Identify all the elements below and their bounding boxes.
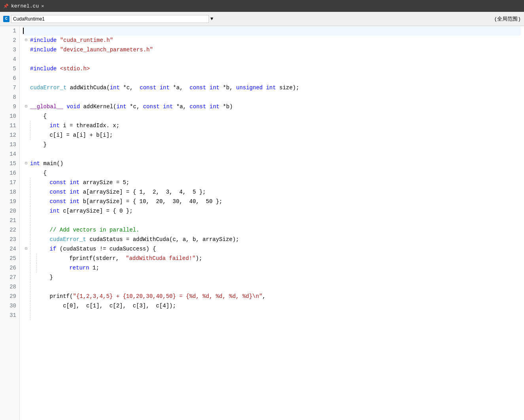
line-num-26: 26 [3, 263, 16, 273]
line-num-19: 19 [3, 197, 16, 206]
line-num-5: 5 [3, 64, 16, 73]
code-line-4 [23, 55, 521, 64]
code-line-19: const int b[arraySize] = { 10, 20, 30, 4… [23, 197, 521, 206]
line-num-11: 11 [3, 121, 16, 130]
close-icon[interactable]: ✕ [41, 3, 44, 9]
line-num-18: 18 [3, 187, 16, 197]
fold-icon-2[interactable]: ⊟ [23, 37, 29, 43]
code-line-13: } [23, 140, 521, 149]
code-line-7: cudaError_t addWithCuda(int *c, const in… [23, 83, 521, 92]
fold-icon-9[interactable]: ⊟ [23, 104, 29, 110]
line-num-15: 15 [3, 159, 16, 168]
title-bar: 📌 kernel.cu ✕ [0, 0, 524, 12]
project-icon: C [3, 16, 9, 22]
code-line-11: int i = threadIdx. x; [23, 121, 521, 130]
line-num-31: 31 [3, 311, 16, 320]
line-num-25: 25 [3, 254, 16, 263]
line-num-22: 22 [3, 225, 16, 235]
line-num-20: 20 [3, 206, 16, 216]
code-line-14 [23, 149, 521, 159]
code-line-25: fprintf(stderr, "addWithCuda failed!"); [23, 254, 521, 263]
code-line-29: printf("{1,2,3,4,5} + {10,20,30,40,50} =… [23, 292, 521, 301]
line-num-29: 29 [3, 292, 16, 301]
code-line-6 [23, 73, 521, 83]
code-line-21 [23, 216, 521, 225]
tab-filename: kernel.cu [11, 3, 39, 9]
code-line-31 [23, 311, 521, 320]
code-line-12: c[i] = a[i] + b[i]; [23, 130, 521, 140]
line-num-28: 28 [3, 282, 16, 292]
code-line-10: { [23, 111, 521, 121]
active-tab[interactable]: 📌 kernel.cu ✕ [3, 3, 44, 9]
line-num-17: 17 [3, 178, 16, 187]
line-num-7: 7 [3, 83, 16, 92]
fold-icon-15[interactable]: ⊟ [23, 160, 29, 167]
line-num-6: 6 [3, 73, 16, 83]
code-line-9: ⊟ __global__ void addKernel(int *c, cons… [23, 102, 521, 111]
line-num-30: 30 [3, 301, 16, 311]
line-num-1: 1 [3, 26, 16, 36]
line-num-21: 21 [3, 216, 16, 225]
line-num-24: 24 [3, 244, 16, 254]
code-line-26: return 1; [23, 263, 521, 273]
line-num-10: 10 [3, 111, 16, 121]
code-area[interactable]: ⊟ #include "cuda_runtime.h" #include "de… [20, 26, 524, 420]
code-line-17: const int arraySize = 5; [23, 178, 521, 187]
code-line-27: } [23, 273, 521, 282]
line-num-4: 4 [3, 55, 16, 64]
scope-label: (全局范围) [494, 15, 521, 23]
line-num-14: 14 [3, 149, 16, 159]
line-num-3: 3 [3, 45, 16, 55]
editor-container: 1 2 3 4 5 6 7 8 9 10 11 12 13 14 15 16 1… [0, 26, 524, 420]
code-line-18: const int a[arraySize] = { 1, 2, 3, 4, 5… [23, 187, 521, 197]
line-num-16: 16 [3, 168, 16, 178]
line-numbers: 1 2 3 4 5 6 7 8 9 10 11 12 13 14 15 16 1… [0, 26, 20, 420]
code-line-5: #include <stdio.h> [23, 64, 521, 73]
line-num-8: 8 [3, 92, 16, 102]
line-num-27: 27 [3, 273, 16, 282]
line-num-9: 9 [3, 102, 16, 111]
pin-icon: 📌 [3, 4, 9, 9]
fold-icon-24[interactable]: ⊟ [23, 246, 29, 252]
code-line-8 [23, 92, 521, 102]
code-line-20: int c[arraySize] = { 0 }; [23, 206, 521, 216]
code-line-30: c[0], c[1], c[2], c[3], c[4]); [23, 301, 521, 311]
code-line-28 [23, 282, 521, 292]
toolbar-dropdown-wrapper: CudaRuntime1 ▼ [11, 15, 489, 23]
line-num-23: 23 [3, 235, 16, 244]
code-line-2: ⊟ #include "cuda_runtime.h" [23, 36, 521, 45]
code-line-23: cudaError_t cudaStatus = addWithCuda(c, … [23, 235, 521, 244]
code-line-15: ⊟ int main() [23, 159, 521, 168]
code-line-16: { [23, 168, 521, 178]
code-line-3: #include "device_launch_parameters.h" [23, 45, 521, 55]
code-line-1 [23, 26, 521, 36]
line-num-2: 2 [3, 36, 16, 45]
toolbar: C CudaRuntime1 ▼ (全局范围) [0, 12, 524, 26]
code-line-24: ⊟ if (cudaStatus != cudaSuccess) { [23, 244, 521, 254]
dropdown-arrow-icon: ▼ [210, 16, 213, 22]
line-num-12: 12 [3, 130, 16, 140]
project-selector[interactable]: CudaRuntime1 [11, 15, 209, 23]
code-line-22: // Add vectors in parallel. [23, 225, 521, 235]
line-num-13: 13 [3, 140, 16, 149]
